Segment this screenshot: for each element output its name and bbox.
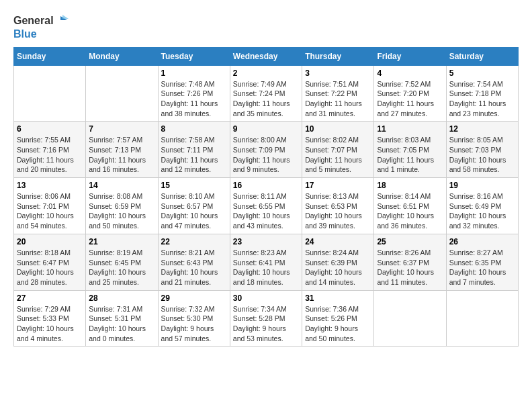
day-number: 27 — [17, 293, 83, 303]
day-info: Sunrise: 7:51 AMSunset: 7:22 PMDaylight:… — [305, 79, 371, 119]
day-info: Sunrise: 7:57 AMSunset: 7:13 PMDaylight:… — [89, 135, 154, 175]
day-info: Sunrise: 7:32 AMSunset: 5:30 PMDaylight:… — [161, 304, 227, 344]
day-number: 2 — [233, 68, 299, 78]
day-info: Sunrise: 7:54 AMSunset: 7:18 PMDaylight:… — [449, 79, 515, 119]
calendar-cell: 24Sunrise: 8:24 AMSunset: 6:39 PMDayligh… — [302, 234, 374, 290]
logo: General Blue — [13, 13, 70, 40]
day-number: 11 — [377, 124, 443, 134]
day-info: Sunrise: 8:08 AMSunset: 6:59 PMDaylight:… — [89, 191, 154, 231]
weekday-header-wednesday: Wednesday — [230, 47, 302, 65]
week-row-3: 13Sunrise: 8:06 AMSunset: 7:01 PMDayligh… — [14, 178, 519, 234]
calendar-cell: 25Sunrise: 8:26 AMSunset: 6:37 PMDayligh… — [374, 234, 446, 290]
week-row-4: 20Sunrise: 8:18 AMSunset: 6:47 PMDayligh… — [14, 234, 519, 290]
calendar-cell: 11Sunrise: 8:03 AMSunset: 7:05 PMDayligh… — [374, 122, 446, 178]
calendar-cell: 23Sunrise: 8:23 AMSunset: 6:41 PMDayligh… — [230, 234, 302, 290]
weekday-header-monday: Monday — [86, 47, 158, 65]
calendar-cell: 13Sunrise: 8:06 AMSunset: 7:01 PMDayligh… — [14, 178, 86, 234]
day-info: Sunrise: 8:06 AMSunset: 7:01 PMDaylight:… — [17, 191, 83, 231]
calendar-cell: 4Sunrise: 7:52 AMSunset: 7:20 PMDaylight… — [374, 65, 446, 122]
svg-marker-1 — [62, 15, 69, 19]
day-number: 10 — [305, 124, 371, 134]
calendar-cell: 14Sunrise: 8:08 AMSunset: 6:59 PMDayligh… — [86, 178, 158, 234]
calendar-cell: 20Sunrise: 8:18 AMSunset: 6:47 PMDayligh… — [14, 234, 86, 290]
calendar-cell: 30Sunrise: 7:34 AMSunset: 5:28 PMDayligh… — [230, 290, 302, 347]
day-number: 12 — [449, 124, 515, 134]
day-info: Sunrise: 8:11 AMSunset: 6:55 PMDaylight:… — [233, 191, 299, 231]
weekday-header-saturday: Saturday — [446, 47, 518, 65]
day-number: 15 — [161, 181, 227, 190]
calendar-cell: 2Sunrise: 7:49 AMSunset: 7:24 PMDaylight… — [230, 65, 302, 122]
day-number: 5 — [449, 68, 515, 78]
weekday-header-thursday: Thursday — [302, 47, 374, 65]
weekday-header-row: SundayMondayTuesdayWednesdayThursdayFrid… — [14, 47, 519, 65]
day-number: 28 — [89, 293, 154, 303]
calendar-cell: 31Sunrise: 7:36 AMSunset: 5:26 PMDayligh… — [302, 290, 374, 347]
day-info: Sunrise: 8:27 AMSunset: 6:35 PMDaylight:… — [449, 248, 515, 287]
weekday-header-tuesday: Tuesday — [158, 47, 230, 65]
day-number: 6 — [17, 124, 83, 134]
calendar-cell: 7Sunrise: 7:57 AMSunset: 7:13 PMDaylight… — [86, 122, 158, 178]
day-info: Sunrise: 7:48 AMSunset: 7:26 PMDaylight:… — [161, 79, 227, 119]
day-info: Sunrise: 7:52 AMSunset: 7:20 PMDaylight:… — [377, 79, 443, 119]
day-number: 24 — [305, 237, 371, 246]
calendar-cell: 3Sunrise: 7:51 AMSunset: 7:22 PMDaylight… — [302, 65, 374, 122]
day-number: 22 — [161, 237, 227, 246]
calendar-cell: 16Sunrise: 8:11 AMSunset: 6:55 PMDayligh… — [230, 178, 302, 234]
page-header: General Blue — [13, 13, 519, 40]
day-number: 7 — [89, 124, 154, 134]
calendar-cell: 19Sunrise: 8:16 AMSunset: 6:49 PMDayligh… — [446, 178, 518, 234]
day-info: Sunrise: 8:03 AMSunset: 7:05 PMDaylight:… — [377, 135, 443, 175]
day-info: Sunrise: 8:26 AMSunset: 6:37 PMDaylight:… — [377, 248, 443, 287]
calendar-cell: 22Sunrise: 8:21 AMSunset: 6:43 PMDayligh… — [158, 234, 230, 290]
day-info: Sunrise: 8:19 AMSunset: 6:45 PMDaylight:… — [89, 248, 154, 287]
day-info: Sunrise: 7:34 AMSunset: 5:28 PMDaylight:… — [233, 304, 299, 344]
day-number: 25 — [377, 237, 443, 246]
day-info: Sunrise: 7:31 AMSunset: 5:31 PMDaylight:… — [89, 304, 154, 344]
day-info: Sunrise: 8:05 AMSunset: 7:03 PMDaylight:… — [449, 135, 515, 175]
day-info: Sunrise: 8:10 AMSunset: 6:57 PMDaylight:… — [161, 191, 227, 231]
calendar-cell: 21Sunrise: 8:19 AMSunset: 6:45 PMDayligh… — [86, 234, 158, 290]
calendar-cell: 18Sunrise: 8:14 AMSunset: 6:51 PMDayligh… — [374, 178, 446, 234]
day-number: 18 — [377, 181, 443, 190]
day-number: 8 — [161, 124, 227, 134]
day-number: 4 — [377, 68, 443, 78]
day-number: 13 — [17, 181, 83, 190]
day-info: Sunrise: 8:23 AMSunset: 6:41 PMDaylight:… — [233, 248, 299, 287]
calendar-cell: 29Sunrise: 7:32 AMSunset: 5:30 PMDayligh… — [158, 290, 230, 347]
day-info: Sunrise: 7:49 AMSunset: 7:24 PMDaylight:… — [233, 79, 299, 119]
calendar-cell — [374, 290, 446, 347]
day-number: 21 — [89, 237, 154, 246]
calendar-cell: 1Sunrise: 7:48 AMSunset: 7:26 PMDaylight… — [158, 65, 230, 122]
calendar-cell: 9Sunrise: 8:00 AMSunset: 7:09 PMDaylight… — [230, 122, 302, 178]
calendar-cell: 12Sunrise: 8:05 AMSunset: 7:03 PMDayligh… — [446, 122, 518, 178]
day-info: Sunrise: 8:13 AMSunset: 6:53 PMDaylight:… — [305, 191, 371, 231]
day-info: Sunrise: 7:29 AMSunset: 5:33 PMDaylight:… — [17, 304, 83, 344]
day-number: 26 — [449, 237, 515, 246]
day-number: 20 — [17, 237, 83, 246]
calendar-cell — [14, 65, 86, 122]
day-number: 14 — [89, 181, 154, 190]
day-number: 1 — [161, 68, 227, 78]
calendar-cell — [86, 65, 158, 122]
weekday-header-friday: Friday — [374, 47, 446, 65]
logo-general-text: General — [13, 15, 54, 27]
day-info: Sunrise: 8:18 AMSunset: 6:47 PMDaylight:… — [17, 248, 83, 287]
day-number: 19 — [449, 181, 515, 190]
logo-bird-icon — [55, 13, 70, 28]
calendar-cell: 6Sunrise: 7:55 AMSunset: 7:16 PMDaylight… — [14, 122, 86, 178]
calendar-cell: 26Sunrise: 8:27 AMSunset: 6:35 PMDayligh… — [446, 234, 518, 290]
day-info: Sunrise: 8:14 AMSunset: 6:51 PMDaylight:… — [377, 191, 443, 231]
day-number: 3 — [305, 68, 371, 78]
weekday-header-sunday: Sunday — [14, 47, 86, 65]
day-info: Sunrise: 7:58 AMSunset: 7:11 PMDaylight:… — [161, 135, 227, 175]
day-info: Sunrise: 7:36 AMSunset: 5:26 PMDaylight:… — [305, 304, 371, 344]
week-row-2: 6Sunrise: 7:55 AMSunset: 7:16 PMDaylight… — [14, 122, 519, 178]
day-number: 17 — [305, 181, 371, 190]
day-number: 31 — [305, 293, 371, 303]
day-info: Sunrise: 8:00 AMSunset: 7:09 PMDaylight:… — [233, 135, 299, 175]
day-info: Sunrise: 8:16 AMSunset: 6:49 PMDaylight:… — [449, 191, 515, 231]
day-info: Sunrise: 8:21 AMSunset: 6:43 PMDaylight:… — [161, 248, 227, 287]
day-number: 30 — [233, 293, 299, 303]
day-number: 29 — [161, 293, 227, 303]
calendar-cell: 5Sunrise: 7:54 AMSunset: 7:18 PMDaylight… — [446, 65, 518, 122]
